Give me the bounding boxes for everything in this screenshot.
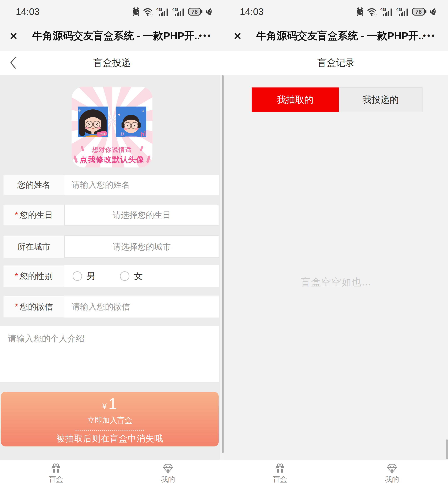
join-blindbox-button[interactable]: ¥ 1 立即加入盲盒 被抽取后则在盲盒中消失哦 — [1, 392, 219, 446]
birthday-label-text: 您的生日 — [20, 209, 53, 221]
birthday-picker[interactable]: 请选择您的生日 — [64, 204, 219, 226]
webview-page-title: 牛角源码交友盲盒系统 - 一款PHP开... — [32, 29, 199, 43]
wifi-icon — [367, 7, 377, 16]
form-row-birthday: * 您的生日 请选择您的生日 — [3, 204, 219, 226]
city-picker[interactable]: 请选择您的城市 — [64, 235, 219, 258]
signal-4g-icon-sim2: 4G — [172, 7, 185, 16]
battery-icon: 78 — [412, 7, 427, 16]
default-avatar-card[interactable]: mua — [72, 87, 152, 167]
join-action-label: 立即加入盲盒 — [87, 415, 132, 425]
wechat-field-cell — [64, 296, 219, 318]
avatar-caption-bottom: 点我修改默认头像 — [80, 155, 144, 164]
name-label: 您的姓名 — [3, 175, 64, 195]
signal-4g-icon-sim1: 4G — [156, 7, 169, 16]
eco-leaf-icon — [206, 7, 212, 16]
tab-blindbox[interactable]: 盲盒 — [0, 460, 112, 485]
form-row-city: 所在城市 请选择您的城市 — [3, 235, 219, 258]
required-mark: * — [15, 302, 18, 311]
intro-textarea[interactable] — [0, 326, 219, 382]
status-icons: 4G 4G 78 — [356, 7, 436, 16]
svg-text:78: 78 — [416, 9, 422, 15]
browser-title-bar: × 牛角源码交友盲盒系统 - 一款PHP开... ••• — [0, 21, 224, 51]
price-amount: 1 — [108, 396, 117, 412]
currency-symbol: ¥ — [102, 402, 107, 410]
close-icon[interactable]: × — [233, 29, 256, 43]
records-tab-group: 我抽取的 我投递的 — [252, 87, 423, 112]
delivery-form-content: mua — [0, 75, 224, 460]
webview-page-title: 牛角源码交友盲盒系统 - 一款PHP开... — [256, 29, 423, 43]
girl-character — [78, 110, 107, 149]
intro-textarea-wrap — [0, 326, 219, 382]
wechat-label-text: 您的微信 — [20, 301, 53, 312]
tab-blindbox[interactable]: 盲盒 — [224, 460, 336, 485]
status-bar: 14:03 4G — [224, 0, 448, 21]
more-menu-icon[interactable]: ••• — [423, 31, 436, 40]
gift-icon — [50, 462, 62, 474]
signal-4g-icon-sim1: 4G — [380, 7, 393, 16]
join-note: 被抽取后则在盲盒中消失哦 — [56, 433, 163, 444]
svg-text:78: 78 — [192, 9, 198, 15]
clock-time: 14:03 — [240, 6, 264, 17]
form-row-name: 您的姓名 — [3, 175, 219, 195]
gender-option-female[interactable]: 女 — [134, 270, 143, 282]
city-label: 所在城市 — [3, 235, 64, 258]
page-title: 盲盒记录 — [317, 57, 355, 69]
name-input[interactable] — [64, 180, 219, 189]
gender-label-text: 您的性别 — [20, 270, 53, 282]
gender-label: * 您的性别 — [3, 265, 64, 287]
required-mark: * — [15, 272, 18, 281]
diamond-icon — [386, 462, 398, 474]
tab-blindbox-label: 盲盒 — [49, 476, 63, 483]
birthday-label: * 您的生日 — [3, 204, 64, 226]
svg-text:4G: 4G — [380, 7, 386, 12]
tab-mine-label: 我的 — [161, 476, 175, 483]
wifi-icon — [143, 7, 153, 16]
wechat-label: * 您的微信 — [3, 296, 64, 318]
more-menu-icon[interactable]: ••• — [199, 31, 212, 40]
records-content: 我抽取的 我投递的 盲盒空空如也... — [224, 75, 448, 460]
tab-blindbox-label: 盲盒 — [273, 476, 287, 483]
gender-option-male[interactable]: 男 — [87, 270, 96, 282]
tab-my-draws[interactable]: 我抽取的 — [252, 87, 339, 112]
required-mark: * — [15, 210, 18, 220]
name-field-cell — [64, 175, 219, 195]
back-icon[interactable] — [9, 56, 17, 70]
battery-icon: 78 — [188, 7, 203, 16]
svg-text:4G: 4G — [156, 7, 162, 12]
status-bar: 14:03 4G — [0, 0, 224, 21]
bottom-tab-bar: 盲盒 我的 — [224, 460, 448, 485]
close-icon[interactable]: × — [9, 29, 32, 43]
alarm-clock-icon — [132, 7, 140, 16]
page-nav-bar: 盲盒投递 — [0, 51, 224, 75]
status-icons: 4G 4G 78 — [132, 7, 212, 16]
dotted-divider — [75, 430, 144, 431]
avatar-illustration: mua — [72, 87, 152, 167]
tab-mine[interactable]: 我的 — [336, 460, 448, 485]
form-row-wechat: * 您的微信 — [3, 296, 219, 318]
tab-mine-label: 我的 — [385, 476, 399, 483]
price: ¥ 1 — [102, 396, 117, 412]
form-row-gender: * 您的性别 男 女 — [3, 265, 219, 287]
wechat-input[interactable] — [64, 302, 219, 311]
svg-text:4G: 4G — [172, 7, 178, 12]
gender-radio-male[interactable] — [72, 271, 82, 281]
tab-my-deliveries[interactable]: 我投递的 — [339, 87, 423, 112]
scrollbar-thumb[interactable] — [446, 439, 448, 459]
gender-radio-female[interactable] — [120, 271, 129, 281]
diamond-icon — [162, 462, 174, 474]
page-nav-bar: 盲盒记录 — [224, 51, 448, 75]
name-label-text: 您的姓名 — [17, 179, 50, 190]
page-title: 盲盒投递 — [93, 57, 131, 69]
delivery-screen: 14:03 4G — [0, 0, 224, 485]
gender-field-cell: 男 女 — [64, 265, 219, 287]
eco-leaf-icon — [430, 7, 436, 16]
tab-mine[interactable]: 我的 — [112, 460, 224, 485]
scrollbar-thumb[interactable] — [222, 75, 224, 453]
avatar-caption-top: 想对你说情话 — [92, 146, 132, 153]
signal-4g-icon-sim2: 4G — [396, 7, 409, 16]
svg-text:4G: 4G — [396, 7, 402, 12]
browser-title-bar: × 牛角源码交友盲盒系统 - 一款PHP开... ••• — [224, 21, 448, 51]
city-label-text: 所在城市 — [17, 241, 50, 252]
gift-icon — [274, 462, 286, 474]
bottom-tab-bar: 盲盒 我的 — [0, 460, 224, 485]
